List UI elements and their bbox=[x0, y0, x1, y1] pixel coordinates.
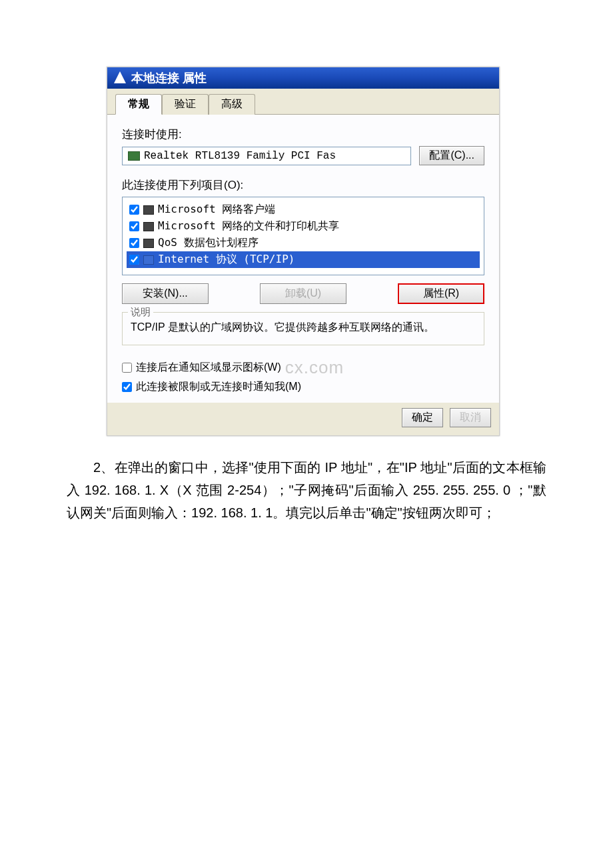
show-icon-row[interactable]: 连接后在通知区域显示图标(W) cx.com bbox=[122, 357, 484, 378]
titlebar[interactable]: 本地连接 属性 bbox=[107, 67, 499, 89]
client-icon bbox=[143, 205, 154, 215]
list-item-selected[interactable]: Internet 协议 (TCP/IP) bbox=[127, 251, 480, 268]
qos-icon bbox=[143, 239, 154, 248]
description-group: 说明 TCP/IP 是默认的广域网协议。它提供跨越多种互联网络的通讯。 bbox=[122, 312, 484, 345]
item-checkbox[interactable] bbox=[129, 238, 139, 248]
dialog-buttons: 确定 取消 bbox=[107, 403, 499, 435]
item-checkbox[interactable] bbox=[129, 255, 139, 265]
list-item[interactable]: Microsoft 网络客户端 bbox=[129, 201, 477, 218]
tab-general[interactable]: 常规 bbox=[115, 94, 162, 115]
notify-checkbox[interactable] bbox=[122, 382, 132, 392]
nic-icon bbox=[128, 151, 140, 161]
list-item[interactable]: Microsoft 网络的文件和打印机共享 bbox=[129, 218, 477, 235]
notify-row[interactable]: 此连接被限制或无连接时通知我(M) bbox=[122, 380, 484, 394]
item-label: Internet 协议 (TCP/IP) bbox=[158, 253, 295, 267]
cancel-button[interactable]: 取消 bbox=[450, 408, 491, 427]
notify-label: 此连接被限制或无连接时通知我(M) bbox=[136, 380, 301, 394]
configure-button[interactable]: 配置(C)... bbox=[419, 146, 484, 165]
tab-content: 连接时使用: Realtek RTL8139 Family PCI Fas 配置… bbox=[107, 115, 499, 403]
tab-advanced[interactable]: 高级 bbox=[209, 94, 255, 115]
item-label: Microsoft 网络客户端 bbox=[158, 203, 275, 217]
show-icon-label: 连接后在通知区域显示图标(W) bbox=[136, 361, 281, 375]
tabs: 常规 验证 高级 bbox=[107, 89, 499, 115]
ok-button[interactable]: 确定 bbox=[402, 408, 443, 427]
service-icon bbox=[143, 222, 154, 231]
item-checkbox[interactable] bbox=[129, 221, 139, 231]
item-label: QoS 数据包计划程序 bbox=[158, 236, 259, 250]
items-label: 此连接使用下列项目(O): bbox=[122, 177, 484, 193]
show-icon-checkbox[interactable] bbox=[122, 363, 132, 373]
properties-button[interactable]: 属性(R) bbox=[398, 283, 484, 304]
item-label: Microsoft 网络的文件和打印机共享 bbox=[158, 219, 339, 233]
group-title: 说明 bbox=[128, 306, 153, 319]
list-item[interactable]: QoS 数据包计划程序 bbox=[129, 235, 477, 251]
item-checkbox[interactable] bbox=[129, 205, 139, 215]
connect-using-label: 连接时使用: bbox=[122, 127, 484, 142]
instruction-paragraph: 2、在弹出的窗口中，选择"使用下面的 IP 地址"，在"IP 地址"后面的文本框… bbox=[67, 456, 546, 524]
tab-auth[interactable]: 验证 bbox=[162, 94, 209, 115]
components-list[interactable]: Microsoft 网络客户端 Microsoft 网络的文件和打印机共享 Qo… bbox=[122, 197, 484, 275]
adapter-name: Realtek RTL8139 Family PCI Fas bbox=[144, 150, 336, 162]
network-icon bbox=[114, 71, 126, 83]
window-title: 本地连接 属性 bbox=[131, 70, 207, 86]
properties-dialog: 本地连接 属性 常规 验证 高级 连接时使用: Realtek RTL8139 … bbox=[107, 67, 500, 436]
watermark-text: cx.com bbox=[285, 357, 344, 378]
install-button[interactable]: 安装(N)... bbox=[122, 283, 209, 304]
adapter-field: Realtek RTL8139 Family PCI Fas bbox=[122, 147, 411, 165]
protocol-icon bbox=[143, 255, 154, 265]
description-text: TCP/IP 是默认的广域网协议。它提供跨越多种互联网络的通讯。 bbox=[131, 319, 476, 335]
uninstall-button: 卸载(U) bbox=[260, 283, 346, 304]
